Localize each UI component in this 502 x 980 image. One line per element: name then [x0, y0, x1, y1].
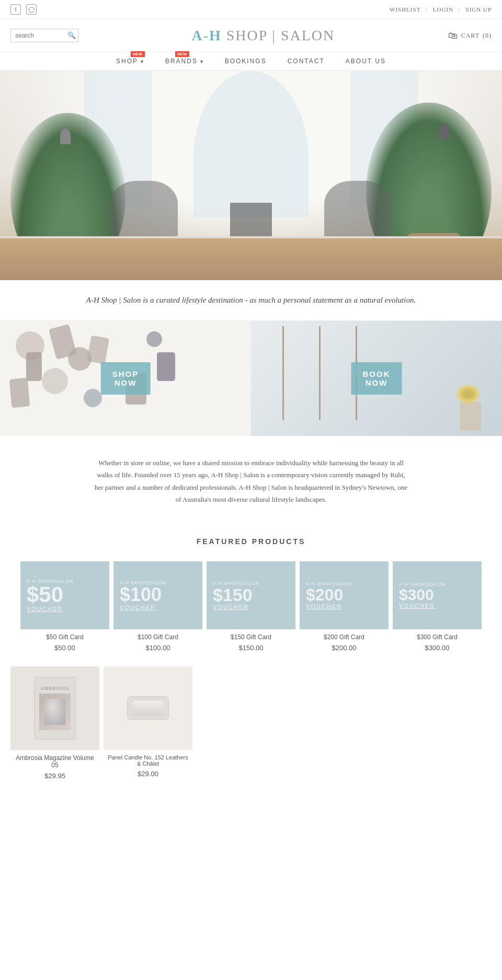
wainscoting [0, 236, 502, 238]
new-badge-2: NEW [175, 51, 189, 57]
products-row-2: AMBROSIA Ambrosia Magazine Volume 05 $29… [0, 661, 502, 805]
shop-panel[interactable]: SHOPNOW [0, 321, 251, 436]
voucher-50: A·H SHOP|SALON $50 VOUCHER [20, 561, 109, 629]
candle-body [132, 700, 164, 716]
product-img-100: A·H SHOP|SALON $100 VOUCHER [113, 561, 202, 629]
floor [0, 238, 502, 280]
voucher-label-100: VOUCHER [120, 604, 156, 610]
facebook-icon[interactable]: f [10, 4, 21, 15]
product-price-150: $150.00 [207, 643, 295, 656]
search-input[interactable] [15, 32, 67, 39]
featured-header: FEATURED PRODUCTS [0, 527, 502, 556]
product-candle[interactable]: Panel Candle No. 152 Leathers & Châlet $… [104, 666, 192, 784]
voucher-label-50: VOUCHER [27, 606, 63, 612]
social-icons: f ◯ [10, 4, 37, 15]
about-text: Whether in store or online, we have a sh… [0, 436, 502, 527]
lamp-left [60, 129, 71, 144]
tagline: A-H Shop | Salon is a curated lifestyle … [0, 280, 502, 321]
product-bottle-6 [157, 352, 175, 381]
product-img-200: A·H SHOP|SALON $200 VOUCHER [300, 561, 389, 629]
product-price-candle: $29.00 [104, 769, 192, 782]
cart-label: CART [461, 32, 480, 40]
lamp-right [439, 123, 450, 139]
shop-now-button[interactable]: SHOPNOW [101, 362, 151, 395]
product-price-200: $200.00 [300, 643, 389, 656]
flower-vase [460, 402, 481, 431]
product-200[interactable]: A·H SHOP|SALON $200 VOUCHER $200 Gift Ca… [300, 561, 389, 656]
nav-shop[interactable]: SHOP [116, 57, 144, 65]
search-icon[interactable]: 🔍 [67, 31, 76, 40]
product-img-ambrosia: AMBROSIA [10, 666, 99, 750]
product-price-300: $300.00 [393, 643, 482, 656]
voucher-200: A·H SHOP|SALON $200 VOUCHER [300, 561, 389, 629]
book-panel[interactable]: BOOKNOW [251, 321, 502, 436]
candle-dish [127, 696, 169, 720]
product-bottle-3 [26, 352, 42, 381]
nav-about[interactable]: ABOUT US [346, 57, 386, 65]
site-logo[interactable]: A-H SHOP | SALON [191, 27, 335, 44]
side-table [230, 203, 272, 239]
product-img-150: A·H SHOP|SALON $150 VOUCHER [207, 561, 295, 629]
products-row-1: A·H SHOP|SALON $50 VOUCHER $50 Gift Card… [0, 556, 502, 661]
signup-link[interactable]: SIGN UP [466, 6, 492, 13]
product-ambrosia[interactable]: AMBROSIA Ambrosia Magazine Volume 05 $29… [10, 666, 99, 784]
new-badge-1: NEW [131, 51, 145, 57]
product-name-100: $100 Gift Card [113, 629, 202, 643]
mirror-frame-1 [282, 326, 284, 420]
wishlist-link[interactable]: WISHLIST [390, 6, 420, 13]
top-bar: f ◯ WISHLIST / LOGIN / SIGN UP [0, 0, 502, 19]
product-name-ambrosia: Ambrosia Magazine Volume 05 [10, 750, 99, 771]
product-img-300: A·H SHOP|SALON $300 VOUCHER [393, 561, 482, 629]
voucher-amount-300: $300 [399, 587, 434, 603]
product-name-150: $150 Gift Card [207, 629, 295, 643]
product-circle-3 [84, 389, 102, 407]
navigation: NEW NEW SHOP BRANDS BOOKINGS CONTACT ABO… [0, 52, 502, 71]
cart-count: (0) [483, 32, 492, 40]
voucher-amount-200: $200 [306, 586, 343, 603]
mirror-frame-2 [319, 326, 321, 420]
cart-area[interactable]: 🛍 CART (0) [448, 30, 492, 41]
search-bar[interactable]: 🔍 [10, 29, 78, 42]
window-arch [193, 71, 309, 217]
instagram-icon[interactable]: ◯ [26, 4, 37, 15]
product-img-50: A·H SHOP|SALON $50 VOUCHER [20, 561, 109, 629]
book-title-cover: AMBROSIA [40, 686, 70, 691]
voucher-amount-150: $150 [213, 586, 253, 604]
product-100[interactable]: A·H SHOP|SALON $100 VOUCHER $100 Gift Ca… [113, 561, 202, 656]
nav-brands[interactable]: BRANDS [165, 57, 204, 65]
flowers [455, 384, 481, 405]
voucher-label-300: VOUCHER [399, 603, 435, 609]
product-name-200: $200 Gift Card [300, 629, 389, 643]
product-name-300: $300 Gift Card [393, 629, 482, 643]
voucher-label-150: VOUCHER [213, 604, 249, 610]
product-150[interactable]: A·H SHOP|SALON $150 VOUCHER $150 Gift Ca… [207, 561, 295, 656]
tagline-text: A-H Shop | Salon is a curated lifestyle … [86, 296, 416, 304]
product-300[interactable]: A·H SHOP|SALON $300 VOUCHER $300 Gift Ca… [393, 561, 482, 656]
nav-contact[interactable]: CONTACT [288, 57, 325, 65]
cart-icon: 🛍 [448, 30, 458, 41]
nav-bookings[interactable]: BOOKINGS [225, 57, 267, 65]
product-price-ambrosia: $29.95 [10, 771, 99, 784]
top-links: WISHLIST / LOGIN / SIGN UP [390, 6, 492, 13]
book-image [39, 694, 71, 730]
hero-image [0, 71, 502, 280]
voucher-amount-50: $50 [27, 584, 63, 606]
product-bottle-4 [9, 378, 30, 408]
featured-title: FEATURED PRODUCTS [197, 537, 306, 546]
product-name-candle: Panel Candle No. 152 Leathers & Châlet [104, 750, 192, 769]
login-link[interactable]: LOGIN [433, 6, 453, 13]
book-now-button[interactable]: BOOKNOW [351, 362, 402, 395]
header: 🔍 A-H SHOP | SALON 🛍 CART (0) [0, 19, 502, 52]
product-price-50: $50.00 [20, 643, 109, 656]
voucher-100: A·H SHOP|SALON $100 VOUCHER [113, 561, 202, 629]
voucher-150: A·H SHOP|SALON $150 VOUCHER [207, 561, 295, 629]
voucher-300: A·H SHOP|SALON $300 VOUCHER [393, 561, 482, 629]
two-panel: SHOPNOW BOOKNOW [0, 321, 502, 436]
hero-scene [0, 71, 502, 280]
product-50[interactable]: A·H SHOP|SALON $50 VOUCHER $50 Gift Card… [20, 561, 109, 656]
product-img-candle [104, 666, 192, 750]
about-paragraph: Whether in store or online, we have a sh… [95, 459, 407, 503]
voucher-amount-100: $100 [120, 585, 162, 604]
logo-ah: A-H [191, 27, 221, 43]
product-name-50: $50 Gift Card [20, 629, 109, 643]
